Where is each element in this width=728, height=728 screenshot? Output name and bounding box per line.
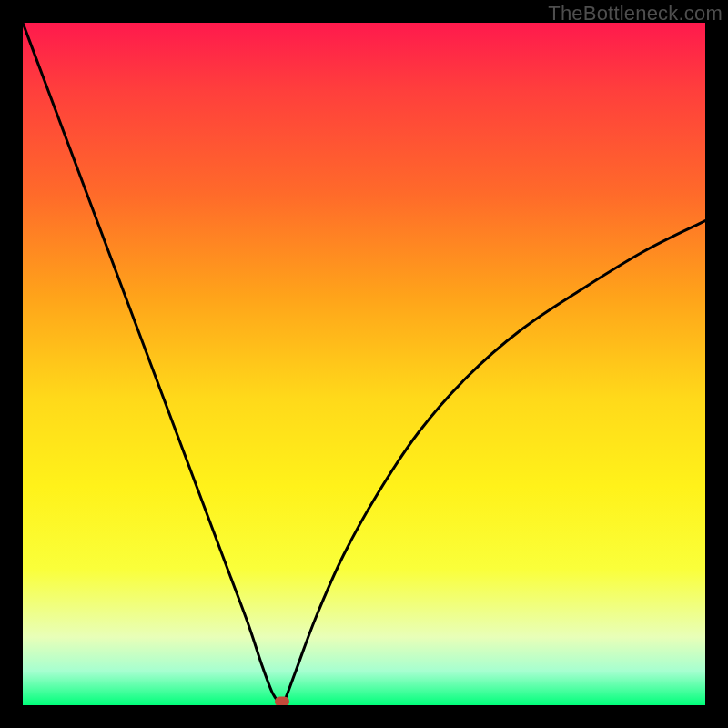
plot-area	[23, 23, 705, 705]
minimum-marker	[275, 696, 289, 705]
bottleneck-curve	[23, 23, 705, 703]
chart-frame: TheBottleneck.com	[0, 0, 728, 728]
curve-layer	[23, 23, 705, 705]
